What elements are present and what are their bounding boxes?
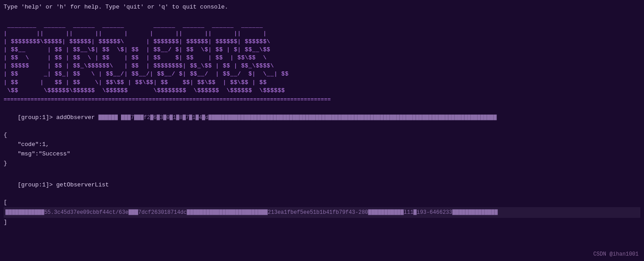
prompt-2: [group:1]> [18, 181, 56, 188]
command-add-observer: [group:1]> addObserver ██████ ███7███f2█… [4, 105, 640, 131]
prompt-1: [group:1]> [18, 114, 56, 121]
help-hint: Type 'help' or 'h' for help. Type 'quit'… [4, 3, 640, 12]
json-output-add-observer: { "code":1, "msg":"Success" } [4, 131, 640, 168]
list-close-bracket: ] [4, 218, 640, 227]
observer-list-item: ████████████55.3c45d37ee09cbbf44ct/63e██… [4, 207, 640, 218]
separator-line: ========================================… [4, 97, 640, 103]
cmd-get-observer-text: getObserverList [56, 181, 109, 188]
watermark: CSDN @ihan1001 [593, 251, 639, 257]
list-open-bracket: [ [4, 198, 640, 207]
command-get-observer: [group:1]> getObserverList [4, 172, 640, 198]
terminal: Type 'help' or 'h' for help. Type 'quit'… [0, 0, 644, 261]
ascii-art-banner: ________ ______ ______ ______ ______ ___… [4, 13, 640, 95]
cmd-add-observer-text: addObserver ██████ ███7███f2█6█3█0█1█8█7… [56, 114, 496, 121]
